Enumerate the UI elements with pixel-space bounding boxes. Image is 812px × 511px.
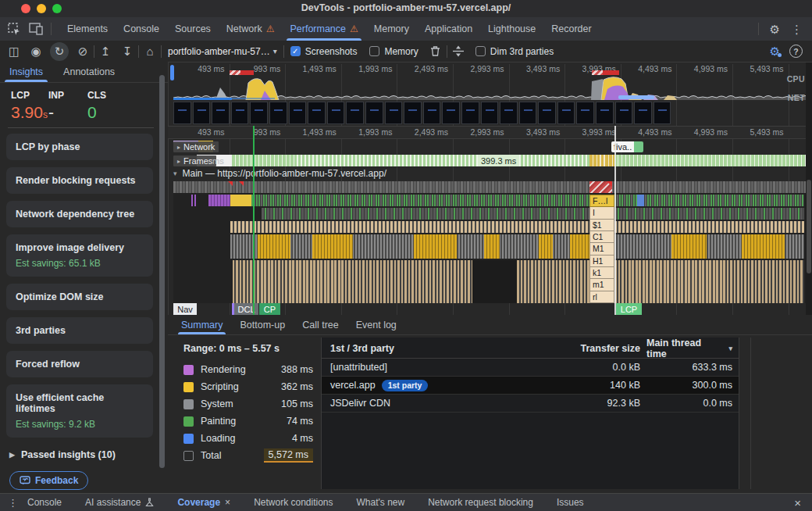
screenshot-thumbnail[interactable] xyxy=(212,102,230,124)
screenshot-thumbnail[interactable] xyxy=(385,102,403,124)
screenshot-thumbnail[interactable] xyxy=(481,102,499,124)
column-header-party[interactable]: 1st / 3rd party xyxy=(322,343,545,354)
lcp-value[interactable]: 3.90s xyxy=(11,103,48,122)
table-row[interactable]: [unattributed]0.0 kB633.3 ms xyxy=(322,359,739,377)
drawer-tab-network-conditions[interactable]: Network conditions xyxy=(254,497,333,508)
partially-presented-frame[interactable] xyxy=(589,155,614,166)
screenshot-thumbnail[interactable] xyxy=(557,102,575,124)
scripting-block[interactable] xyxy=(671,234,707,259)
range-handle-left[interactable] xyxy=(170,65,174,80)
stack-frame-m1[interactable]: M1 xyxy=(589,243,614,255)
scripting-block[interactable] xyxy=(570,234,589,259)
stack-frame-c1[interactable]: C1 xyxy=(589,231,614,243)
marker-lcp[interactable]: LCP xyxy=(616,303,642,315)
record-icon[interactable]: ◉ xyxy=(25,42,47,61)
reload-and-record-icon[interactable]: ↻ xyxy=(50,42,69,61)
screenshot-thumbnail[interactable] xyxy=(250,102,268,124)
stack-frame-f-l[interactable]: F…l xyxy=(589,195,614,207)
insight-card-lcp-by-phase[interactable]: LCP by phase xyxy=(6,134,153,160)
stack-frame-k1[interactable]: k1 xyxy=(589,267,614,279)
frames-track-toggle[interactable]: ▸ Frames xyxy=(173,155,216,166)
drawer-tab-what-s-new[interactable]: What's new xyxy=(357,497,405,508)
screenshot-thumbnail[interactable] xyxy=(173,102,191,124)
garbage-collect-icon[interactable] xyxy=(425,42,447,61)
more-options-icon[interactable]: ⋮ xyxy=(791,23,803,35)
main-flame-chart[interactable]: F…lI$1C1M1H1k1m1rl xyxy=(173,181,806,303)
tab-annotations[interactable]: Annotations xyxy=(63,62,115,82)
tab-application[interactable]: Application xyxy=(417,17,480,41)
dim-3rd-parties-checkbox[interactable]: Dim 3rd parties xyxy=(469,46,560,57)
passed-insights-toggle[interactable]: ▶ Passed insights (10) xyxy=(9,449,116,460)
feedback-button[interactable]: Feedback xyxy=(9,471,88,490)
scripting-block[interactable] xyxy=(539,234,553,259)
screenshot-thumbnail[interactable] xyxy=(576,102,594,124)
marker-fcp[interactable]: CP xyxy=(259,303,280,315)
cls-value[interactable]: 0 xyxy=(87,103,97,122)
tab-lighthouse[interactable]: Lighthouse xyxy=(480,17,543,41)
insight-card-forced-reflow[interactable]: Forced reflow xyxy=(6,351,153,377)
screenshot-thumbnail[interactable] xyxy=(327,102,345,124)
home-icon[interactable]: ⌂ xyxy=(139,42,161,61)
insight-card-3rd-parties[interactable]: 3rd parties xyxy=(6,317,153,344)
tab-elements[interactable]: Elements xyxy=(59,17,116,41)
tab-memory[interactable]: Memory xyxy=(366,17,417,41)
screenshot-thumbnail[interactable] xyxy=(596,102,614,124)
drawer-tab-ai-assistance[interactable]: AI assistance xyxy=(85,497,154,508)
screenshot-thumbnail[interactable] xyxy=(461,102,479,124)
screenshot-thumbnail[interactable] xyxy=(519,102,537,124)
long-task-block[interactable] xyxy=(589,181,612,193)
scripting-block[interactable] xyxy=(258,234,290,259)
column-header-transfer-size[interactable]: Transfer size xyxy=(545,343,646,354)
stack-frame-i[interactable]: I xyxy=(589,207,614,219)
memory-checkbox[interactable]: Memory xyxy=(363,46,424,57)
insight-card-render-blocking-requests[interactable]: Render blocking requests xyxy=(6,167,153,194)
drawer-close-icon[interactable]: × xyxy=(794,496,812,509)
table-row[interactable]: vercel.app1st party140 kB300.0 ms xyxy=(322,377,739,395)
tab-performance[interactable]: Performance⚠ xyxy=(282,17,365,41)
insight-card-use-efficient-cache-lifetimes[interactable]: Use efficient cache lifetimesEst savings… xyxy=(6,384,153,438)
tab-console[interactable]: Console xyxy=(116,17,167,41)
screenshot-thumbnail[interactable] xyxy=(346,102,364,124)
call-stack[interactable]: F…lI$1C1M1H1k1m1rl xyxy=(589,195,614,303)
tab-insights[interactable]: Insights xyxy=(9,62,43,82)
upload-profile-icon[interactable]: ↥ xyxy=(94,42,116,61)
screenshot-thumbnail[interactable] xyxy=(538,102,556,124)
screenshots-checkbox[interactable]: ✓ Screenshots xyxy=(284,46,364,57)
drawer-tab-coverage[interactable]: Coverage× xyxy=(177,497,230,508)
settings-gear-icon[interactable]: ⚙ xyxy=(770,23,780,35)
screenshot-thumbnail[interactable] xyxy=(442,102,460,124)
timeline-scrollbar[interactable] xyxy=(806,63,812,315)
tab-bottom-up[interactable]: Bottom-up xyxy=(240,315,285,334)
scripting-block[interactable] xyxy=(312,234,353,259)
tab-call-tree[interactable]: Call tree xyxy=(302,315,339,334)
screenshot-thumbnail[interactable] xyxy=(269,102,287,124)
capture-settings-gear-icon[interactable]: ⚙ xyxy=(770,45,780,57)
inspect-icon[interactable] xyxy=(8,23,21,36)
screenshot-thumbnail[interactable] xyxy=(654,102,671,124)
marker-nav[interactable]: Nav xyxy=(173,303,197,315)
screenshot-thumbnail[interactable] xyxy=(423,102,441,124)
screenshot-thumbnail[interactable] xyxy=(500,102,518,124)
sidebar-scrollbar[interactable] xyxy=(159,75,165,468)
stack-frame-rl[interactable]: rl xyxy=(589,291,614,303)
screenshot-thumbnail[interactable] xyxy=(308,102,326,124)
drawer-more-icon[interactable]: ⋮ xyxy=(0,497,27,509)
screenshot-thumbnail[interactable] xyxy=(289,102,307,124)
profile-select[interactable]: portfolio-amber-mu-57… ▾ xyxy=(162,46,283,57)
insight-card-improve-image-delivery[interactable]: Improve image deliveryEst savings: 65.1 … xyxy=(6,234,153,277)
screenshot-thumbnail[interactable] xyxy=(634,102,652,124)
close-tab-icon[interactable]: × xyxy=(225,497,230,508)
network-track-toggle[interactable]: ▸ Network xyxy=(173,141,219,152)
screenshot-thumbnail[interactable] xyxy=(404,102,422,124)
insight-card-optimize-dom-size[interactable]: Optimize DOM size xyxy=(6,284,153,310)
tab-sources[interactable]: Sources xyxy=(167,17,219,41)
scripting-block[interactable] xyxy=(742,234,785,259)
drawer-tab-console[interactable]: Console xyxy=(27,497,62,508)
stack-frame-m1[interactable]: m1 xyxy=(589,279,614,291)
insight-card-network-dependency-tree[interactable]: Network dependency tree xyxy=(6,201,153,227)
clear-icon[interactable]: ⊘ xyxy=(72,42,94,61)
cpu-activity-chart[interactable] xyxy=(173,73,806,100)
screenshot-thumbnail[interactable] xyxy=(231,102,249,124)
tab-event-log[interactable]: Event log xyxy=(356,315,397,334)
screenshot-thumbnail[interactable] xyxy=(365,102,383,124)
